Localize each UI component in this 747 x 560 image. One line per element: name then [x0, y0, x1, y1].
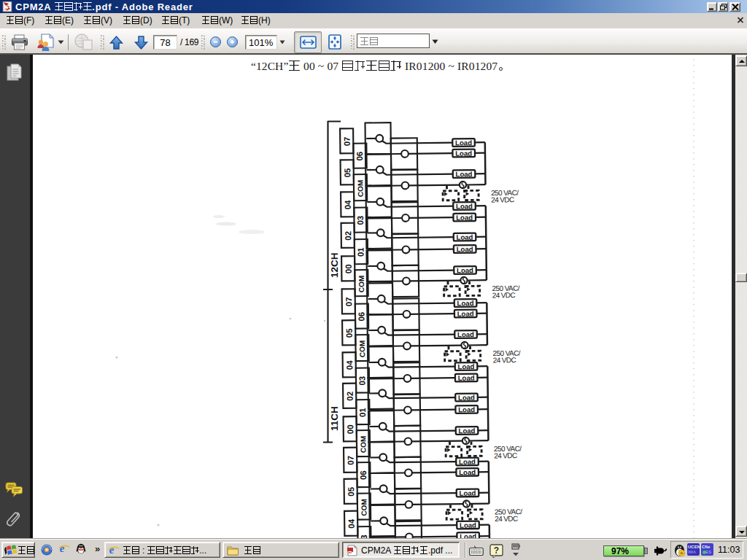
svg-text:07: 07 — [343, 136, 352, 146]
svg-text:COM: COM — [357, 276, 365, 292]
svg-text:05: 05 — [347, 486, 355, 497]
svg-text:03: 03 — [357, 376, 366, 386]
svg-text:01: 01 — [356, 247, 365, 257]
svg-text:05: 05 — [343, 168, 352, 178]
svg-text:24 VDC: 24 VDC — [495, 515, 518, 523]
svg-text:Load: Load — [456, 202, 473, 210]
svg-text:05: 05 — [345, 328, 354, 338]
svg-text:06: 06 — [357, 312, 365, 322]
svg-text:Load: Load — [458, 394, 475, 402]
svg-text:Load: Load — [455, 170, 472, 178]
svg-text:03: 03 — [356, 216, 365, 225]
svg-text:Load: Load — [456, 214, 473, 222]
svg-text:06: 06 — [355, 152, 364, 161]
svg-text:Load: Load — [457, 330, 474, 338]
svg-text:01: 01 — [358, 408, 367, 418]
svg-text:Load: Load — [457, 266, 473, 274]
svg-text:Load: Load — [455, 139, 472, 147]
svg-text:COM: COM — [358, 341, 366, 357]
svg-text:11CH: 11CH — [329, 406, 340, 431]
svg-text:00: 00 — [344, 264, 353, 273]
svg-text:24 VDC: 24 VDC — [493, 356, 516, 364]
svg-text:Load: Load — [456, 233, 473, 241]
svg-text:Load: Load — [458, 427, 475, 435]
svg-text:Load: Load — [455, 149, 472, 158]
svg-text:Load: Load — [459, 468, 476, 476]
svg-text:e: e — [60, 543, 65, 554]
svg-text:04: 04 — [347, 518, 356, 529]
svg-text:Load: Load — [457, 299, 473, 307]
svg-text:24 VDC: 24 VDC — [494, 451, 517, 459]
svg-text:Load: Load — [458, 374, 475, 382]
svg-text:00: 00 — [346, 424, 355, 434]
svg-text:COM: COM — [359, 436, 367, 453]
svg-text:Load: Load — [460, 521, 476, 529]
svg-text:04: 04 — [344, 200, 352, 210]
svg-text:07: 07 — [344, 297, 353, 306]
svg-text:Load: Load — [457, 245, 473, 253]
svg-text:24 VDC: 24 VDC — [491, 195, 514, 203]
svg-text:e: e — [109, 545, 115, 556]
svg-text:02: 02 — [346, 392, 355, 401]
svg-text:Load: Load — [457, 310, 474, 318]
svg-text:COM: COM — [356, 180, 364, 197]
svg-text:07: 07 — [347, 456, 355, 465]
svg-text:06: 06 — [359, 470, 368, 480]
svg-text:24 VDC: 24 VDC — [492, 291, 516, 299]
svg-text:COM: COM — [360, 499, 368, 516]
svg-text:04: 04 — [345, 360, 354, 370]
svg-text:12CH: 12CH — [329, 252, 340, 278]
svg-text:?: ? — [494, 545, 499, 556]
svg-text:Load: Load — [458, 405, 475, 413]
svg-text:Load: Load — [460, 532, 476, 539]
svg-text:02: 02 — [344, 231, 352, 241]
svg-text:Load: Load — [459, 489, 476, 497]
svg-text:Load: Load — [459, 458, 476, 466]
svg-text:Load: Load — [457, 362, 474, 370]
